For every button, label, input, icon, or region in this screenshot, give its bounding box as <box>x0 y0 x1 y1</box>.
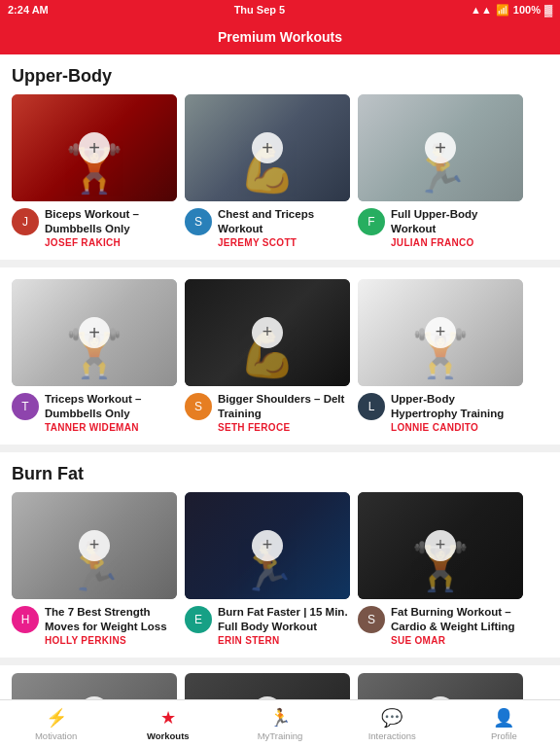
avatar-biceps: J <box>12 208 39 235</box>
workout-name-strength: The 7 Best Strength Moves for Weight Los… <box>45 605 177 634</box>
card-biceps[interactable]: 🏋️ + J Biceps Workout – Dumbbells Only J… <box>12 94 177 248</box>
add-button-biceps[interactable]: + <box>79 132 110 163</box>
main-content: Upper-Body 🏋️ + J Biceps Workout – Dumbb… <box>0 54 560 699</box>
trainer-cardio: SUE OMAR <box>391 635 523 646</box>
nav-mytraining[interactable]: 🏃 MyTraining <box>224 700 335 747</box>
status-date: Thu Sep 5 <box>234 4 286 16</box>
cards-row-upper-body-2: 🏋️ + T Triceps Workout – Dumbbells Only … <box>0 267 560 445</box>
avatar-strength: H <box>12 606 39 633</box>
workout-name-cardio: Fat Burning Workout – Cardio & Weight Li… <box>391 605 523 634</box>
card-image-full-upper: 🏃 + <box>358 94 523 201</box>
add-button-triceps[interactable]: + <box>79 317 110 348</box>
card-image-cardio: 🏋️ + <box>358 492 523 599</box>
card-partial-1[interactable]: + <box>12 673 177 699</box>
card-chest[interactable]: 💪 + S Chest and Triceps Workout JEREMY S… <box>185 94 350 248</box>
card-shoulders[interactable]: 💪 + S Bigger Shoulders – Delt Training S… <box>185 279 350 433</box>
motivation-icon: ⚡ <box>46 707 67 729</box>
battery-icon: ▓ <box>544 4 552 16</box>
card-image-hyper: 🏋️ + <box>358 279 523 386</box>
page-header: Premium Workouts <box>0 19 560 54</box>
profile-icon: 👤 <box>493 707 514 729</box>
profile-label: Profile <box>491 730 517 741</box>
card-image-partial-1: + <box>12 673 177 699</box>
add-button-shoulders[interactable]: + <box>252 317 283 348</box>
cards-row-burn-fat: 🏃 + H The 7 Best Strength Moves for Weig… <box>0 492 560 658</box>
mytraining-label: MyTraining <box>258 730 303 741</box>
add-button-burnfat[interactable]: + <box>252 530 283 561</box>
trainer-burnfat: ERIN STERN <box>218 635 350 646</box>
card-image-burnfat: 🏃 + <box>185 492 350 599</box>
card-image-partial-3: + <box>358 673 523 699</box>
interactions-label: Interactions <box>368 730 416 741</box>
card-burnfat[interactable]: 🏃 + E Burn Fat Faster | 15 Min. Full Bod… <box>185 492 350 646</box>
trainer-full-upper: JULIAN FRANCO <box>391 237 523 248</box>
avatar-triceps: T <box>12 393 39 420</box>
header-title: Premium Workouts <box>218 29 342 45</box>
section-upper-body: Upper-Body 🏋️ + J Biceps Workout – Dumbb… <box>0 54 560 260</box>
card-image-biceps: 🏋️ + <box>12 94 177 201</box>
card-image-strength: 🏃 + <box>12 492 177 599</box>
workouts-icon: ★ <box>160 707 176 729</box>
card-hyper[interactable]: 🏋️ + L Upper-Body Hypertrophy Training L… <box>358 279 523 433</box>
avatar-chest: S <box>185 208 212 235</box>
section-title-burn-fat: Burn Fat <box>0 452 560 492</box>
avatar-shoulders: S <box>185 393 212 420</box>
section-upper-body-2: 🏋️ + T Triceps Workout – Dumbbells Only … <box>0 267 560 445</box>
card-cardio[interactable]: 🏋️ + S Fat Burning Workout – Cardio & We… <box>358 492 523 646</box>
trainer-strength: HOLLY PERKINS <box>45 635 177 646</box>
workout-name-triceps: Triceps Workout – Dumbbells Only <box>45 392 177 421</box>
workout-name-burnfat: Burn Fat Faster | 15 Min. Full Body Work… <box>218 605 350 634</box>
cards-row-upper-body: 🏋️ + J Biceps Workout – Dumbbells Only J… <box>0 94 560 260</box>
card-image-triceps: 🏋️ + <box>12 279 177 386</box>
nav-profile[interactable]: 👤 Profile <box>448 700 560 747</box>
section-title-upper-body: Upper-Body <box>0 54 560 94</box>
status-time: 2:24 AM <box>8 4 49 16</box>
card-partial-3[interactable]: + <box>358 673 523 699</box>
divider-2 <box>0 445 560 452</box>
nav-motivation[interactable]: ⚡ Motivation <box>0 700 112 747</box>
add-button-hyper[interactable]: + <box>425 317 456 348</box>
interactions-icon: 💬 <box>381 707 402 729</box>
nav-interactions[interactable]: 💬 Interactions <box>336 700 448 747</box>
add-button-chest[interactable]: + <box>252 132 283 163</box>
card-triceps[interactable]: 🏋️ + T Triceps Workout – Dumbbells Only … <box>12 279 177 433</box>
trainer-shoulders: SETH FEROCE <box>218 422 350 433</box>
workout-name-hyper: Upper-Body Hypertrophy Training <box>391 392 523 421</box>
status-bar: 2:24 AM Thu Sep 5 ▲▲ 📶 100% ▓ <box>0 0 560 19</box>
workout-name-full-upper: Full Upper-Body Workout <box>391 207 523 236</box>
mytraining-icon: 🏃 <box>269 707 291 729</box>
status-right: ▲▲ 📶 100% ▓ <box>471 4 552 17</box>
cards-row-partial: + + + <box>0 665 560 699</box>
add-button-full-upper[interactable]: + <box>425 132 456 163</box>
section-burn-fat: Burn Fat 🏃 + H The 7 Best Strength Moves… <box>0 452 560 658</box>
workout-name-biceps: Biceps Workout – Dumbbells Only <box>45 207 177 236</box>
add-button-strength[interactable]: + <box>79 530 110 561</box>
workout-name-shoulders: Bigger Shoulders – Delt Training <box>218 392 350 421</box>
signal-icon: ▲▲ <box>471 4 492 16</box>
card-strength[interactable]: 🏃 + H The 7 Best Strength Moves for Weig… <box>12 492 177 646</box>
trainer-triceps: TANNER WIDEMAN <box>45 422 177 433</box>
avatar-full-upper: F <box>358 208 385 235</box>
card-image-chest: 💪 + <box>185 94 350 201</box>
battery-label: 100% <box>513 4 541 16</box>
trainer-hyper: LONNIE CANDITO <box>391 422 523 433</box>
trainer-chest: JEREMY SCOTT <box>218 237 350 248</box>
avatar-cardio: S <box>358 606 385 633</box>
divider-3 <box>0 658 560 665</box>
workout-name-chest: Chest and Triceps Workout <box>218 207 350 236</box>
motivation-label: Motivation <box>35 730 77 741</box>
bottom-nav: ⚡ Motivation ★ Workouts 🏃 MyTraining 💬 I… <box>0 699 560 747</box>
card-partial-2[interactable]: + <box>185 673 350 699</box>
card-image-shoulders: 💪 + <box>185 279 350 386</box>
workouts-label: Workouts <box>147 730 190 741</box>
divider-1 <box>0 260 560 267</box>
wifi-icon: 📶 <box>496 4 509 17</box>
add-button-cardio[interactable]: + <box>425 530 456 561</box>
trainer-biceps: JOSEF RAKICH <box>45 237 177 248</box>
avatar-burnfat: E <box>185 606 212 633</box>
card-full-upper[interactable]: 🏃 + F Full Upper-Body Workout JULIAN FRA… <box>358 94 523 248</box>
nav-workouts[interactable]: ★ Workouts <box>112 700 224 747</box>
card-image-partial-2: + <box>185 673 350 699</box>
avatar-hyper: L <box>358 393 385 420</box>
